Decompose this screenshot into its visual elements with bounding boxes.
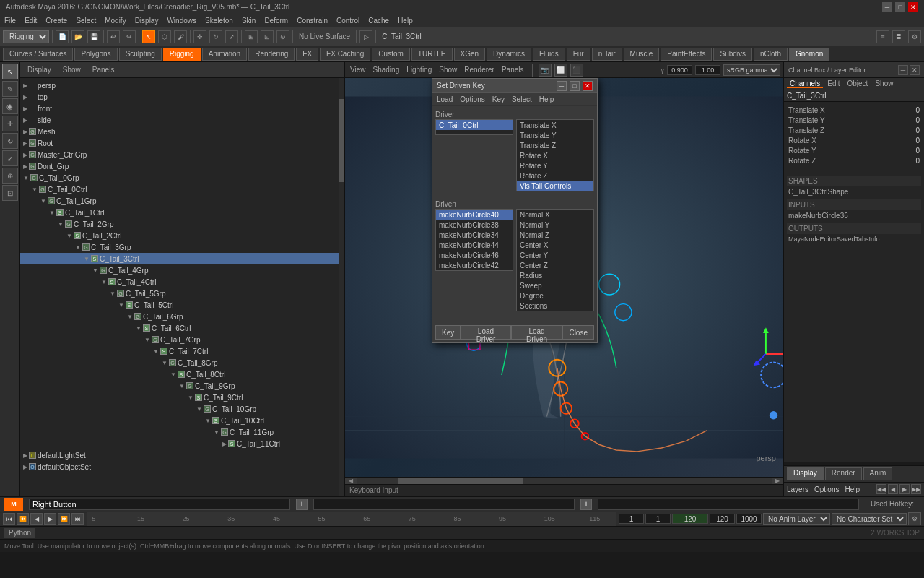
anim-tab[interactable]: Anim: [863, 467, 893, 480]
outliner-panels-menu[interactable]: Panels: [90, 66, 118, 74]
tree-item[interactable]: ▶LdefaultLightSet: [20, 449, 339, 461]
tree-item[interactable]: ▼GC_Tail_6Grp: [20, 311, 339, 322]
render-icon[interactable]: ▷: [359, 30, 372, 43]
scroll-left-arrow[interactable]: ◀: [345, 478, 357, 485]
solo-icon[interactable]: ◀: [888, 484, 898, 494]
translate-x-value[interactable]: 0: [915, 106, 920, 114]
options-menu[interactable]: Options: [814, 486, 839, 493]
input-name[interactable]: makeNurbCircle36: [788, 212, 848, 220]
hotkey-modifier-input[interactable]: [313, 499, 575, 510]
tree-item[interactable]: ▼SC_Tail_2Ctrl: [20, 230, 339, 241]
select-tool-icon[interactable]: ↖: [142, 30, 155, 43]
hotkey-plus-2[interactable]: +: [580, 499, 592, 510]
exposure-input[interactable]: [695, 65, 720, 75]
tree-item[interactable]: ▼SC_Tail_4Ctrl: [20, 276, 339, 288]
sdk-driven-attr-item[interactable]: Normal Z: [517, 230, 593, 240]
move-tool-icon[interactable]: ✛: [193, 30, 206, 43]
viewport-canvas[interactable]: Set Driven Key ─ □ ✕ Load Options Key Se…: [345, 78, 783, 477]
object-tab[interactable]: Object: [845, 79, 871, 88]
sdk-select-menu[interactable]: Select: [512, 95, 532, 103]
render-tab[interactable]: Render: [825, 467, 862, 480]
edit-tab[interactable]: Edit: [824, 79, 842, 88]
tab-subdivs[interactable]: Subdivs: [713, 48, 752, 61]
go-start-button[interactable]: ⏮: [3, 513, 15, 525]
select-mode-icon[interactable]: ↖: [2, 64, 18, 79]
sdk-load-driver-button[interactable]: Load Driver: [461, 325, 510, 340]
menu-display[interactable]: Display: [135, 17, 159, 25]
sdk-driven-attr-item[interactable]: Sections: [517, 301, 593, 311]
sdk-driven-attr-item[interactable]: Radius: [517, 270, 593, 280]
sdk-driven-node-item[interactable]: makeNurbCircle42: [436, 260, 513, 270]
sdk-key-button[interactable]: Key: [435, 325, 461, 340]
sdk-load-driven-button[interactable]: Load Driven: [511, 325, 563, 340]
tree-item[interactable]: ▶GRoot: [20, 137, 339, 149]
rotate-tool-icon[interactable]: ↻: [209, 30, 222, 43]
sdk-driven-node-item[interactable]: makeNurbCircle34: [436, 230, 513, 240]
anim-end-input[interactable]: [710, 514, 735, 524]
right-button-input[interactable]: [29, 499, 290, 510]
sdk-load-menu[interactable]: Load: [437, 95, 453, 103]
snap-point-icon[interactable]: ⊙: [276, 30, 289, 43]
tree-item[interactable]: ▼GC_Tail_0Grp: [20, 172, 339, 184]
output-name[interactable]: MayaNodeEditorSavedTabsInfo: [788, 236, 880, 243]
mute-icon[interactable]: ◀◀: [876, 484, 886, 494]
play-back-button[interactable]: ◀: [30, 513, 43, 525]
viewport-renderer-menu[interactable]: Renderer: [462, 66, 497, 74]
snap-grid-icon[interactable]: ⊞: [245, 30, 258, 43]
outliner-vscrollbar[interactable]: [339, 78, 344, 496]
tree-item[interactable]: ▶GDont_Grp: [20, 160, 339, 172]
paint-tool-icon[interactable]: 🖌: [174, 30, 187, 43]
outliner-display-menu[interactable]: Display: [25, 66, 54, 74]
menu-help[interactable]: Help: [398, 17, 413, 25]
sdk-driven-attr-item[interactable]: Normal X: [517, 210, 593, 220]
tree-item[interactable]: ▶top: [20, 91, 339, 103]
cb-close-icon[interactable]: ✕: [910, 65, 920, 75]
menu-constrain[interactable]: Constrain: [297, 17, 328, 25]
viewport-lighting-menu[interactable]: Lighting: [404, 66, 434, 74]
channel-box-icon[interactable]: ≡: [876, 30, 889, 43]
layers-menu[interactable]: Layers: [787, 486, 808, 493]
translate-y-value[interactable]: 0: [915, 116, 920, 124]
paint-select-icon[interactable]: ✎: [2, 81, 18, 97]
tab-xgen[interactable]: XGen: [454, 48, 486, 61]
sdk-driven-attr-item[interactable]: Normal Y: [517, 220, 593, 230]
tree-item[interactable]: ▶persp: [20, 79, 339, 91]
character-set-select[interactable]: No Character Set: [832, 513, 907, 525]
step-forward-button[interactable]: ⏩: [58, 513, 70, 525]
sdk-driven-node-item[interactable]: makeNurbCircle40: [436, 210, 513, 220]
tree-item[interactable]: ▶GMaster_CtrlGrp: [20, 149, 339, 160]
frame-marker-input[interactable]: [672, 514, 708, 524]
tab-polygons[interactable]: Polygons: [74, 48, 117, 61]
rotate-icon[interactable]: ↻: [2, 133, 18, 149]
tree-item[interactable]: ▼SC_Tail_6Ctrl: [20, 322, 339, 334]
menu-cache[interactable]: Cache: [368, 17, 389, 25]
lasso-tool-icon[interactable]: ⬡: [158, 30, 171, 43]
menu-control[interactable]: Control: [336, 17, 359, 25]
menu-skin[interactable]: Skin: [242, 17, 256, 25]
hotkey-key-input[interactable]: [598, 499, 859, 510]
tab-ncloth[interactable]: nCloth: [754, 48, 788, 61]
sdk-driven-nodes-list[interactable]: makeNurbCircle40makeNurbCircle38makeNurb…: [435, 209, 513, 271]
tree-item[interactable]: ▼SC_Tail_7Ctrl: [20, 345, 339, 357]
sdk-driver-attr-item[interactable]: Rotate X: [517, 150, 593, 160]
sdk-driver-nodes-list[interactable]: C_Tail_0Ctrl: [435, 119, 513, 135]
tab-dynamics[interactable]: Dynamics: [487, 48, 531, 61]
range-start-input[interactable]: [619, 514, 644, 524]
tree-item[interactable]: ▶SC_Tail_11Ctrl: [20, 438, 339, 449]
sdk-driver-attr-item[interactable]: Rotate Y: [517, 160, 593, 171]
anim-settings-icon[interactable]: ⚙: [908, 512, 921, 525]
open-scene-icon[interactable]: 📂: [71, 30, 84, 43]
sdk-driven-attr-item[interactable]: Sweep: [517, 280, 593, 290]
scale-tool-icon[interactable]: ⤢: [225, 30, 238, 43]
viewport-panels-menu[interactable]: Panels: [500, 66, 526, 74]
soft-select-icon[interactable]: ◉: [2, 98, 18, 114]
tab-rigging[interactable]: Rigging: [163, 48, 201, 61]
snap-icon[interactable]: ⊡: [2, 185, 18, 201]
outliner-vscrollbar-thumb[interactable]: [339, 99, 344, 183]
translate-z-value[interactable]: 0: [915, 126, 920, 134]
tree-item[interactable]: ▼GC_Tail_2Grp: [20, 218, 339, 230]
tab-fluids[interactable]: Fluids: [533, 48, 565, 61]
tab-custom[interactable]: Custom: [372, 48, 409, 61]
mode-selector[interactable]: Rigging: [3, 30, 49, 43]
next-icon[interactable]: ▶▶: [911, 484, 921, 494]
